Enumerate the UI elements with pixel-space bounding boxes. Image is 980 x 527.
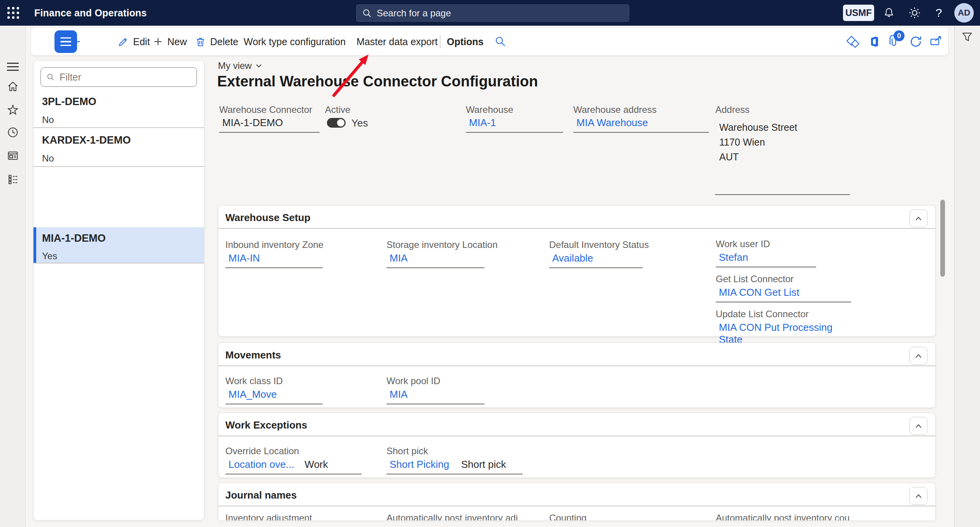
bell-icon: [883, 7, 895, 19]
section-warehouse-setup: Warehouse Setup Inbound inventory Zone M…: [218, 205, 936, 337]
active-toggle[interactable]: [327, 118, 346, 128]
chevron-up-icon: [913, 421, 924, 430]
refresh-icon: [909, 35, 922, 48]
field-label: Automatically post inventory adj: [386, 513, 519, 520]
action-bar-divider: [440, 35, 441, 48]
master-data-export-button[interactable]: Master data export: [357, 33, 437, 51]
recent-clock-icon[interactable]: [7, 126, 19, 139]
settings-button[interactable]: [906, 0, 923, 26]
power-apps-button[interactable]: [846, 33, 860, 51]
power-apps-icon: [846, 35, 860, 48]
menu-icon[interactable]: [7, 59, 19, 72]
view-selector[interactable]: My view: [218, 60, 262, 71]
default-status-field[interactable]: Available: [549, 252, 643, 268]
action-bar-search-button[interactable]: [494, 33, 507, 51]
field-label: Default Inventory Status: [549, 239, 649, 250]
field-label: Active: [325, 104, 350, 115]
storage-location-field[interactable]: MIA: [386, 252, 485, 268]
options-button[interactable]: Options: [447, 33, 483, 51]
field-description: Short pick: [461, 458, 506, 470]
open-in-new-window-button[interactable]: [929, 33, 943, 51]
filter-pane-rail: [954, 26, 980, 527]
override-location-field[interactable]: Location ove... Work: [225, 458, 362, 474]
home-icon[interactable]: [7, 80, 19, 93]
toggle-state-label: Yes: [351, 117, 368, 129]
attachments-button[interactable]: 0: [887, 33, 901, 51]
field-label: Short pick: [386, 446, 428, 457]
global-search-input[interactable]: [376, 7, 629, 19]
section-divider: [218, 228, 935, 229]
search-icon: [494, 35, 507, 48]
section-work-exceptions: Work Exceptions Override Location Locati…: [218, 413, 936, 478]
section-title: Movements: [225, 349, 281, 361]
warehouse-address-field[interactable]: MIA Warehouse: [573, 117, 709, 133]
inbound-zone-field[interactable]: MIA-IN: [225, 252, 323, 268]
gear-icon: [908, 7, 921, 19]
collapse-button[interactable]: [910, 209, 927, 227]
office-button[interactable]: [868, 33, 880, 51]
field-label: Override Location: [225, 446, 299, 457]
selection-bar: [33, 227, 36, 263]
plus-icon: [153, 36, 163, 47]
section-movements: Movements Work class ID MIA_Move Work po…: [218, 343, 936, 408]
collapse-button[interactable]: [910, 487, 927, 505]
warehouse-field[interactable]: MIA-1: [466, 117, 563, 133]
popout-icon: [929, 35, 943, 48]
new-button[interactable]: New: [153, 33, 187, 51]
field-label: Work pool ID: [386, 376, 440, 386]
help-button[interactable]: ?: [931, 0, 947, 26]
action-bar: Edit New Delete Work type configuration …: [31, 28, 948, 55]
modules-list-icon[interactable]: [7, 173, 19, 185]
record-list-panel: 3PL-DEMO No KARDEX-1-DEMO No MIA-1-DEMO …: [33, 60, 204, 520]
list-item-selected[interactable]: MIA-1-DEMO Yes: [33, 227, 204, 263]
collapse-button[interactable]: [910, 347, 927, 365]
field-label: Get List Connector: [716, 274, 794, 285]
pencil-icon: [118, 36, 129, 47]
chevron-up-icon: [913, 214, 924, 223]
field-label: Inbound inventory Zone: [225, 239, 323, 250]
collapse-button[interactable]: [910, 417, 927, 435]
list-divider: [33, 166, 204, 167]
delete-button[interactable]: Delete: [195, 33, 238, 51]
delete-label: Delete: [210, 36, 238, 47]
work-type-configuration-button[interactable]: Work type configuration: [244, 33, 346, 51]
empty-address-field[interactable]: [715, 183, 850, 195]
app-launcher-icon[interactable]: [5, 0, 21, 26]
search-icon: [362, 8, 372, 18]
refresh-button[interactable]: [909, 33, 922, 51]
section-title: Work Exceptions: [225, 419, 307, 431]
list-filter-input[interactable]: [59, 71, 197, 83]
workspaces-icon[interactable]: [7, 149, 19, 162]
nav-rail: [0, 26, 26, 527]
edit-button[interactable]: Edit: [118, 33, 150, 51]
field-label: Work class ID: [225, 376, 283, 386]
notifications-button[interactable]: [880, 0, 897, 26]
address-block: Warehouse Street 1170 Wien AUT: [719, 120, 875, 164]
trash-icon: [195, 36, 206, 47]
work-user-field[interactable]: Stefan: [716, 251, 816, 267]
avatar[interactable]: AD: [954, 3, 974, 23]
field-label: Counting: [549, 513, 587, 520]
work-pool-field[interactable]: MIA: [386, 388, 485, 404]
toggle-knob: [337, 119, 344, 126]
short-pick-field[interactable]: Short Picking Short pick: [386, 458, 523, 474]
company-picker-button[interactable]: USMF: [843, 5, 874, 21]
annotation-arrow: [311, 50, 389, 104]
favorites-star-icon[interactable]: [7, 104, 19, 116]
attachment-count-badge: 0: [894, 30, 904, 41]
global-search[interactable]: [356, 4, 629, 22]
warehouse-connector-field[interactable]: MIA-1-DEMO: [219, 117, 320, 133]
top-bar: Finance and Operations USMF ?: [0, 0, 980, 26]
work-class-field[interactable]: MIA_Move: [225, 388, 323, 404]
list-divider: [33, 263, 204, 264]
filter-pane-icon[interactable]: [961, 31, 973, 45]
get-list-connector-field[interactable]: MIA CON Get List: [716, 286, 851, 302]
list-pane-toggle-button[interactable]: [54, 30, 77, 53]
new-label: New: [167, 36, 187, 47]
chevron-up-icon: [913, 491, 924, 501]
chevron-down-icon: [256, 64, 262, 68]
section-divider: [218, 506, 935, 506]
vertical-scrollbar-thumb[interactable]: [940, 200, 945, 277]
grid-dots-icon: [6, 6, 20, 20]
list-filter-field[interactable]: [40, 67, 197, 87]
